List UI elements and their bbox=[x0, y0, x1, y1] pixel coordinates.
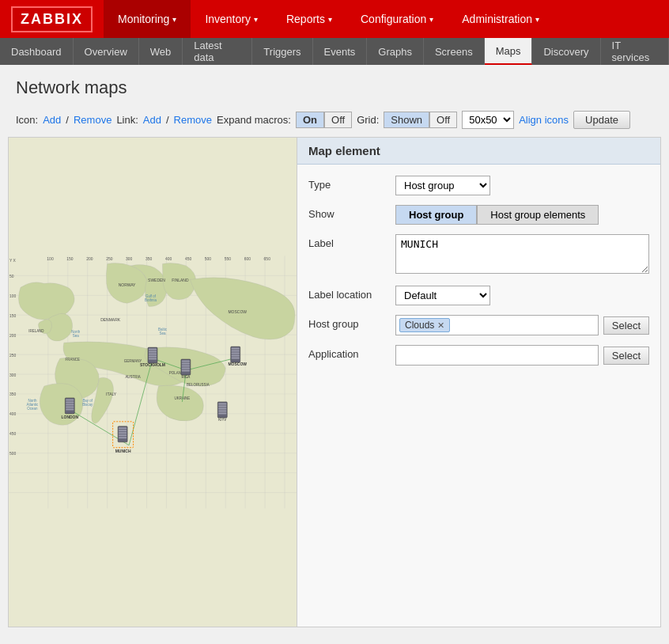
grid-off[interactable]: Off bbox=[429, 112, 457, 128]
nav-web[interactable]: Web bbox=[139, 38, 183, 65]
svg-text:STOCKHOLM: STOCKHOLM bbox=[140, 362, 165, 367]
application-control: Select bbox=[395, 345, 649, 366]
type-label: Type bbox=[308, 176, 395, 191]
add-icon-link[interactable]: Add bbox=[43, 114, 61, 126]
label-location-select[interactable]: Default Bottom Left Right Top bbox=[395, 286, 490, 305]
svg-text:250: 250 bbox=[9, 353, 17, 358]
svg-text:650: 650 bbox=[264, 256, 271, 261]
svg-text:450: 450 bbox=[9, 431, 17, 436]
svg-rect-114 bbox=[119, 430, 127, 431]
logo: ZABBIX bbox=[11, 6, 93, 32]
svg-rect-99 bbox=[182, 361, 190, 362]
svg-text:150: 150 bbox=[9, 313, 17, 318]
nav-dashboard[interactable]: Dashboard bbox=[0, 38, 74, 65]
remove-link-link[interactable]: Remove bbox=[174, 114, 212, 126]
host-group-tags[interactable]: Clouds ✕ bbox=[395, 315, 599, 335]
svg-text:Bothnia: Bothnia bbox=[145, 298, 157, 302]
grid-size-select[interactable]: 10x10 20x20 40x40 50x50 75x75 bbox=[462, 111, 514, 129]
show-host-group-elements-button[interactable]: Host group elements bbox=[477, 205, 599, 225]
nav-graphs[interactable]: Graphs bbox=[367, 38, 424, 65]
svg-text:MOSCOW: MOSCOW bbox=[228, 362, 247, 366]
svg-text:GERMANY: GERMANY bbox=[124, 359, 142, 363]
svg-rect-109 bbox=[218, 410, 226, 411]
grid-visibility-toggle[interactable]: Shown Off bbox=[384, 112, 457, 128]
nav-discovery[interactable]: Discovery bbox=[532, 38, 600, 65]
panel-title: Map element bbox=[297, 138, 660, 165]
host-group-select-button[interactable]: Select bbox=[603, 316, 649, 335]
application-tags[interactable] bbox=[395, 345, 599, 366]
align-icons-link[interactable]: Align icons bbox=[519, 114, 569, 126]
label-location-control: Default Bottom Left Right Top bbox=[395, 286, 649, 305]
application-select-button[interactable]: Select bbox=[603, 347, 649, 365]
label-label: Label bbox=[308, 234, 395, 249]
type-control: Host group Host Trigger Map Image bbox=[395, 176, 649, 195]
svg-text:150: 150 bbox=[66, 256, 74, 261]
grid-shown[interactable]: Shown bbox=[384, 112, 429, 128]
svg-text:100: 100 bbox=[47, 256, 54, 261]
type-select[interactable]: Host group Host Trigger Map Image bbox=[395, 176, 490, 195]
clouds-tag[interactable]: Clouds ✕ bbox=[399, 318, 450, 332]
nav-maps[interactable]: Maps bbox=[485, 38, 533, 65]
svg-text:North: North bbox=[28, 399, 36, 403]
svg-text:Sea: Sea bbox=[159, 331, 165, 335]
content-area: 100 150 200 250 300 350 400 450 500 550 … bbox=[8, 137, 661, 627]
svg-text:350: 350 bbox=[146, 256, 153, 261]
svg-text:300: 300 bbox=[9, 373, 17, 377]
svg-rect-96 bbox=[232, 358, 240, 359]
show-host-group-button[interactable]: Host group bbox=[395, 205, 477, 225]
add-link-link[interactable]: Add bbox=[143, 114, 161, 126]
svg-text:400: 400 bbox=[165, 256, 172, 261]
grid-label: Grid: bbox=[357, 114, 379, 126]
nav-it-services[interactable]: IT services bbox=[601, 38, 669, 65]
remove-icon-link[interactable]: Remove bbox=[74, 114, 112, 126]
svg-text:50: 50 bbox=[9, 274, 14, 278]
svg-text:350: 350 bbox=[9, 392, 17, 396]
nav-reports[interactable]: Reports ▾ bbox=[272, 0, 346, 38]
svg-rect-92 bbox=[232, 348, 240, 350]
svg-text:MOSCOW: MOSCOW bbox=[228, 309, 247, 314]
svg-rect-78 bbox=[66, 399, 74, 400]
expand-off[interactable]: Off bbox=[324, 112, 352, 128]
nav-monitoring[interactable]: Monitoring ▾ bbox=[104, 0, 191, 38]
label-textarea[interactable]: MUNICH bbox=[395, 234, 649, 274]
svg-rect-86 bbox=[149, 351, 157, 353]
svg-text:Y X: Y X bbox=[9, 258, 17, 263]
expand-on[interactable]: On bbox=[296, 112, 324, 128]
svg-text:RIGA: RIGA bbox=[181, 375, 190, 379]
panel-body: Type Host group Host Trigger Map Image S… bbox=[297, 165, 660, 386]
nav-overview[interactable]: Overview bbox=[74, 38, 139, 65]
nav-administration[interactable]: Administration ▾ bbox=[448, 0, 554, 38]
svg-rect-106 bbox=[218, 403, 226, 404]
nav-inventory[interactable]: Inventory ▾ bbox=[191, 0, 272, 38]
nav-triggers[interactable]: Triggers bbox=[252, 38, 312, 65]
svg-text:250: 250 bbox=[106, 256, 113, 261]
show-buttons: Host group Host group elements bbox=[395, 205, 649, 225]
nav-events[interactable]: Events bbox=[313, 38, 368, 65]
chevron-down-icon: ▾ bbox=[429, 15, 433, 24]
nav-latest-data[interactable]: Latest data bbox=[183, 38, 252, 65]
svg-rect-88 bbox=[149, 356, 157, 358]
svg-rect-102 bbox=[182, 368, 190, 369]
svg-text:200: 200 bbox=[9, 333, 17, 338]
svg-text:100: 100 bbox=[9, 294, 17, 298]
logo-area[interactable]: ZABBIX bbox=[0, 0, 104, 38]
svg-text:600: 600 bbox=[244, 256, 251, 261]
svg-text:Bay of: Bay of bbox=[82, 399, 93, 403]
nav-screens[interactable]: Screens bbox=[424, 38, 485, 65]
expand-macros-toggle[interactable]: On Off bbox=[296, 112, 352, 128]
update-button[interactable]: Update bbox=[573, 111, 630, 129]
svg-text:DENMARK: DENMARK bbox=[100, 317, 121, 322]
application-row: Application Select bbox=[308, 345, 649, 366]
svg-rect-87 bbox=[149, 354, 157, 355]
svg-rect-81 bbox=[66, 406, 74, 407]
map-container[interactable]: 100 150 200 250 300 350 400 450 500 550 … bbox=[8, 137, 297, 627]
nav-configuration[interactable]: Configuration ▾ bbox=[346, 0, 448, 38]
host-group-control: Clouds ✕ Select bbox=[395, 315, 649, 335]
svg-text:Ocean: Ocean bbox=[27, 407, 38, 411]
chevron-down-icon: ▾ bbox=[535, 15, 539, 24]
svg-rect-108 bbox=[218, 407, 226, 409]
remove-tag-icon[interactable]: ✕ bbox=[437, 320, 444, 331]
svg-rect-85 bbox=[149, 349, 157, 350]
svg-rect-117 bbox=[119, 437, 127, 438]
svg-text:FRANCE: FRANCE bbox=[66, 358, 80, 362]
